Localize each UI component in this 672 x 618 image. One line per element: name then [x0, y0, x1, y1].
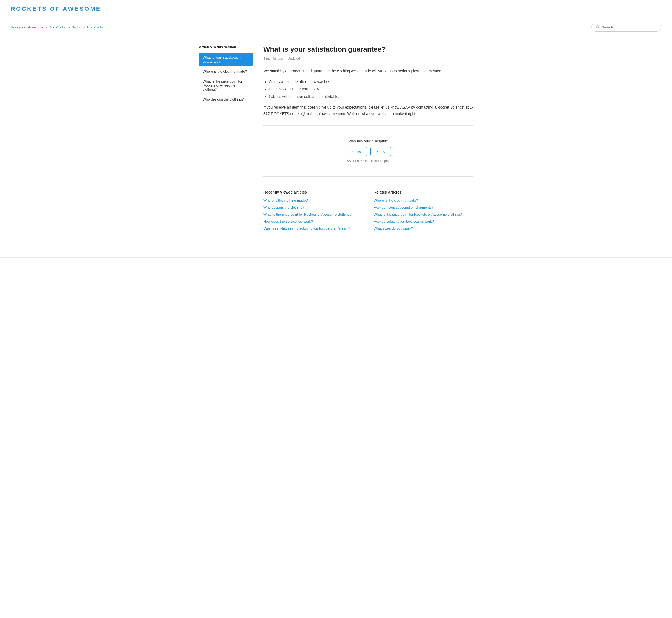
article-body-outro: If you receive an item that doesn't live…: [263, 104, 473, 117]
sidebar-list: What is your satisfaction guarantee? Whe…: [199, 53, 253, 104]
article-meta: 4 months ago · Updated: [263, 57, 473, 61]
list-item: Fabrics will be super soft and comfortab…: [269, 94, 473, 100]
svg-line-1: [598, 27, 599, 28]
list-item: What is the price point for Rockets of A…: [263, 212, 363, 216]
bottom-articles: Recently viewed articles Where is the cl…: [263, 185, 473, 238]
recently-viewed-link-3[interactable]: What is the price point for Rockets of A…: [263, 212, 352, 216]
sidebar-section-title: Articles in this section: [199, 45, 253, 49]
sidebar-item-label-active[interactable]: What is your satisfaction guarantee?: [199, 53, 253, 66]
list-item: Colors won't fade after a few washes.: [269, 79, 473, 85]
recently-viewed-link-1[interactable]: Where is the clothing made?: [263, 198, 308, 202]
article-meta-status: Updated: [288, 57, 300, 61]
list-item: How do I stop subscription shipments?: [374, 205, 473, 209]
search-input[interactable]: [602, 25, 657, 29]
helpful-buttons: ✓ Yes ✕ No: [263, 147, 473, 156]
sidebar-item-active[interactable]: What is your satisfaction guarantee?: [199, 53, 253, 66]
breadcrumb-sep-1: >: [45, 25, 47, 29]
list-item: Where is the clothing made?: [263, 198, 363, 202]
related-link-5[interactable]: What sizes do you carry?: [374, 226, 413, 230]
list-item: How do subscription box returns work?: [374, 219, 473, 223]
article-body: We stand by our product and guarantee th…: [263, 68, 473, 117]
list-item: Who designs the clothing?: [263, 205, 363, 209]
helpful-question: Was this article helpful?: [263, 139, 473, 143]
list-item: What sizes do you carry?: [374, 226, 473, 230]
list-item: What is the price point for Rockets of A…: [199, 77, 253, 94]
related-link-2[interactable]: How do I stop subscription shipments?: [374, 205, 434, 209]
list-item: What is the price point for Rockets of A…: [374, 212, 473, 216]
related-articles-list: Where is the clothing made? How do I sto…: [374, 198, 473, 230]
recently-viewed-col: Recently viewed articles Where is the cl…: [263, 190, 363, 233]
x-icon: ✕: [376, 149, 379, 153]
article-meta-time: 4 months ago: [263, 57, 283, 61]
helpful-yes-label: Yes: [356, 149, 361, 153]
main-content: Articles in this section What is your sa…: [188, 37, 484, 246]
related-articles-col: Related articles Where is the clothing m…: [374, 190, 473, 233]
search-icon: [596, 25, 600, 29]
related-link-4[interactable]: How do subscription box returns work?: [374, 219, 434, 223]
breadcrumb-link-section[interactable]: Our Product & Sizing: [49, 25, 81, 29]
divider-bottom: [263, 176, 473, 177]
checkmark-icon: ✓: [351, 149, 354, 153]
sidebar: Articles in this section What is your sa…: [199, 45, 253, 238]
helpful-no-button[interactable]: ✕ No: [370, 147, 391, 156]
list-item: Who designs the clothing?: [199, 95, 253, 104]
helpful-yes-button[interactable]: ✓ Yes: [346, 147, 367, 156]
sidebar-item-designs[interactable]: Who designs the clothing?: [199, 95, 253, 104]
list-item: Clothes won't rip or tear easily.: [269, 86, 473, 93]
search-box: [591, 23, 661, 32]
list-item: Where is the clothing made?: [374, 198, 473, 202]
recently-viewed-link-5[interactable]: Can I see what's in my subscription box …: [263, 226, 350, 230]
list-item: How does the service fee work?: [263, 219, 363, 223]
breadcrumb-row: Rockets of Awesome > Our Product & Sizin…: [0, 18, 672, 37]
article-title: What is your satisfaction guarantee?: [263, 45, 473, 54]
related-link-1[interactable]: Where is the clothing made?: [374, 198, 418, 202]
recently-viewed-link-4[interactable]: How does the service fee work?: [263, 219, 313, 223]
article-body-intro: We stand by our product and guarantee th…: [263, 68, 473, 75]
list-item: Can I see what's in my subscription box …: [263, 226, 363, 230]
article-content: What is your satisfaction guarantee? 4 m…: [263, 45, 473, 238]
site-logo: ROCKETS OF AWESOME: [11, 5, 661, 12]
helpful-count: 55 out of 62 found this helpful: [263, 159, 473, 163]
related-link-3[interactable]: What is the price point for Rockets of A…: [374, 212, 462, 216]
recently-viewed-list: Where is the clothing made? Who designs …: [263, 198, 363, 230]
site-header: ROCKETS OF AWESOME: [0, 0, 672, 18]
breadcrumb-sep-2: >: [83, 25, 85, 29]
helpful-section: Was this article helpful? ✓ Yes ✕ No 55 …: [263, 134, 473, 168]
list-item: Where is the clothing made?: [199, 67, 253, 76]
site-footer: [0, 257, 672, 274]
breadcrumb-link-home[interactable]: Rockets of Awesome: [11, 25, 43, 29]
breadcrumb: Rockets of Awesome > Our Product & Sizin…: [11, 25, 106, 29]
article-meta-dot: ·: [285, 57, 286, 61]
related-articles-title: Related articles: [374, 190, 473, 194]
article-bullet-list: Colors won't fade after a few washes. Cl…: [269, 79, 473, 100]
recently-viewed-title: Recently viewed articles: [263, 190, 363, 194]
helpful-no-label: No: [380, 149, 385, 153]
recently-viewed-link-2[interactable]: Who designs the clothing?: [263, 205, 304, 209]
sidebar-item-price[interactable]: What is the price point for Rockets of A…: [199, 77, 253, 94]
sidebar-item-clothing[interactable]: Where is the clothing made?: [199, 67, 253, 76]
breadcrumb-link-current[interactable]: The Product: [87, 25, 106, 29]
